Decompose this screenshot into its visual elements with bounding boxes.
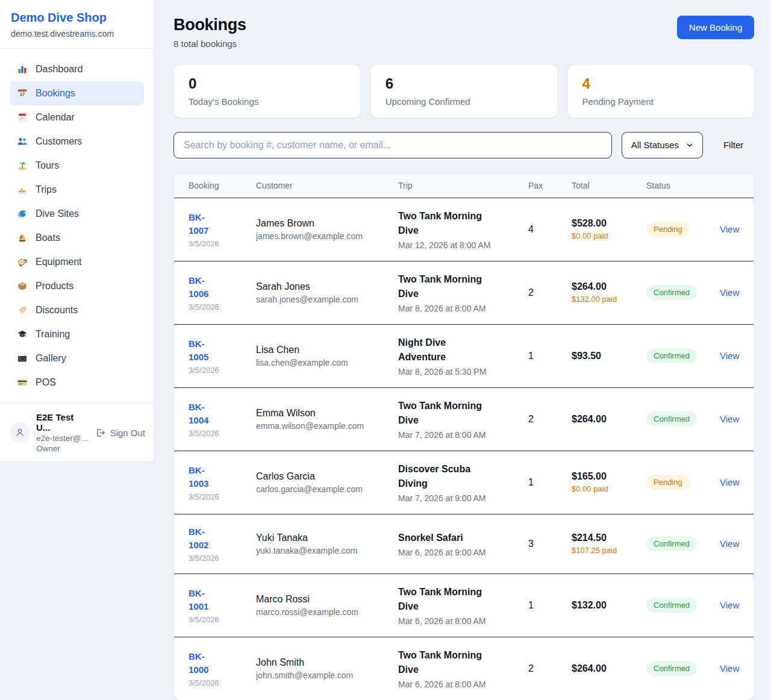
products-icon xyxy=(17,281,28,292)
table-row: BK-1005 3/5/2026 Lisa Chen lisa.chen@exa… xyxy=(174,324,754,387)
customer-cell: Emma Wilson emma.wilson@example.com xyxy=(256,408,398,431)
status-badge: Pending xyxy=(646,222,690,237)
total-cell: $264.00 $132.00 paid xyxy=(572,281,646,305)
filter-button[interactable]: Filter xyxy=(713,140,754,150)
total-cell: $264.00 xyxy=(572,663,646,674)
trip-cell: Two Tank Morning Dive Mar 8, 2026 at 8:0… xyxy=(398,272,528,313)
customer-cell: Carlos Garcia carlos.garcia@example.com xyxy=(256,471,398,494)
sidebar-item-boats[interactable]: Boats xyxy=(10,226,144,250)
view-link[interactable]: View xyxy=(720,600,739,610)
booking-id-link[interactable]: BK-1004 xyxy=(189,401,223,428)
sidebar-item-label: Training xyxy=(36,329,70,340)
trip-time: Mar 8, 2026 at 5:30 PM xyxy=(398,367,528,377)
stat-label: Upcoming Confirmed xyxy=(386,96,543,107)
dashboard-icon xyxy=(17,64,28,75)
booking-id-link[interactable]: BK-1005 xyxy=(189,337,223,364)
user-role: Owner xyxy=(36,444,89,453)
booking-cell: BK-1002 3/5/2026 xyxy=(189,525,256,563)
brand-name: Demo Dive Shop xyxy=(11,11,143,25)
customer-cell: Sarah Jones sarah.jones@example.com xyxy=(256,281,398,304)
stat-value: 6 xyxy=(386,75,543,93)
table-row: BK-1000 3/5/2026 John Smith john.smith@e… xyxy=(174,637,754,700)
sidebar-item-dashboard[interactable]: Dashboard xyxy=(10,57,144,81)
sidebar-item-trips[interactable]: Trips xyxy=(10,178,144,202)
sidebar-item-training[interactable]: Training xyxy=(10,322,144,346)
total-cell: $165.00 $0.00 paid xyxy=(572,471,646,495)
total-cell: $93.50 xyxy=(572,351,646,361)
bookings-icon: 17 xyxy=(17,88,28,99)
status-cell: Confirmed xyxy=(646,598,720,613)
booking-cell: BK-1007 3/5/2026 xyxy=(189,211,256,248)
status-badge: Confirmed xyxy=(646,536,697,551)
view-link[interactable]: View xyxy=(720,663,739,673)
filter-controls: All Statuses Filter xyxy=(173,132,754,158)
status-badge: Confirmed xyxy=(646,661,697,676)
sidebar-item-calendar[interactable]: Calendar xyxy=(10,105,144,130)
sidebar-item-bookings[interactable]: 17 Bookings xyxy=(10,81,144,105)
total-cell: $214.50 $107.25 paid xyxy=(572,533,646,556)
booking-date: 3/5/2026 xyxy=(189,678,256,687)
view-link[interactable]: View xyxy=(720,287,739,298)
user-section: E2E Test U... e2e-tester@... Owner Sign … xyxy=(0,403,154,461)
status-filter-value: All Statuses xyxy=(631,140,679,150)
booking-id-link[interactable]: BK-1006 xyxy=(189,274,223,301)
paid-amount: $107.25 paid xyxy=(572,545,621,556)
view-link[interactable]: View xyxy=(720,351,739,361)
booking-id-link[interactable]: BK-1002 xyxy=(189,525,223,552)
pax-cell: 2 xyxy=(528,414,572,425)
total-amount: $93.50 xyxy=(572,351,646,361)
total-cell: $264.00 xyxy=(572,414,646,425)
customer-cell: Marco Rossi marco.rossi@example.com xyxy=(256,594,398,617)
col-header-trip: Trip xyxy=(398,181,528,190)
col-header-total: Total xyxy=(572,181,646,190)
view-link[interactable]: View xyxy=(720,414,739,424)
search-input[interactable] xyxy=(173,132,612,158)
trip-cell: Two Tank Morning Dive Mar 6, 2026 at 8:0… xyxy=(398,648,528,689)
user-name: E2E Test U... xyxy=(36,412,89,433)
trip-name: Two Tank Morning Dive xyxy=(398,399,493,428)
sidebar-item-discounts[interactable]: Discounts xyxy=(10,298,144,322)
sidebar-item-label: Calendar xyxy=(36,112,75,123)
trip-time: Mar 6, 2026 at 9:00 AM xyxy=(398,548,528,557)
booking-date: 3/5/2026 xyxy=(189,302,256,311)
total-amount: $132.00 xyxy=(572,600,646,611)
booking-date: 3/5/2026 xyxy=(189,429,256,438)
new-booking-button[interactable]: New Booking xyxy=(677,16,754,39)
table-row: BK-1007 3/5/2026 James Brown james.brown… xyxy=(174,198,754,261)
view-link[interactable]: View xyxy=(720,539,739,549)
booking-id-link[interactable]: BK-1003 xyxy=(189,464,223,491)
sidebar-item-pos[interactable]: POS xyxy=(10,370,144,395)
booking-id-link[interactable]: BK-1001 xyxy=(189,587,223,614)
sidebar-item-tours[interactable]: Tours xyxy=(10,154,144,178)
sidebar-item-label: Products xyxy=(36,281,73,292)
sidebar-item-label: Dashboard xyxy=(36,64,83,75)
view-link[interactable]: View xyxy=(720,224,739,234)
view-link[interactable]: View xyxy=(720,477,739,487)
customer-cell: Lisa Chen lisa.chen@example.com xyxy=(256,345,398,367)
status-cell: Confirmed xyxy=(646,348,720,363)
discounts-icon xyxy=(17,305,28,316)
sidebar-item-customers[interactable]: Customers xyxy=(10,130,144,154)
paid-amount: $0.00 paid xyxy=(572,484,621,495)
booking-id-link[interactable]: BK-1000 xyxy=(189,650,223,677)
total-cell: $132.00 xyxy=(572,600,646,611)
sidebar-item-equipment[interactable]: Equipment xyxy=(10,250,144,274)
status-cell: Pending xyxy=(646,222,720,237)
customer-email: john.smith@example.com xyxy=(256,670,398,680)
trip-cell: Two Tank Morning Dive Mar 6, 2026 at 8:0… xyxy=(398,585,528,626)
col-header-status: Status xyxy=(646,181,720,190)
customer-name: Emma Wilson xyxy=(256,408,398,419)
status-filter-select[interactable]: All Statuses xyxy=(622,132,703,158)
customer-name: John Smith xyxy=(256,657,398,668)
sidebar-item-dive-sites[interactable]: Dive Sites xyxy=(10,202,144,226)
sidebar-item-products[interactable]: Products xyxy=(10,274,144,298)
brand-domain: demo.test.divestreams.com xyxy=(11,29,143,39)
status-badge: Confirmed xyxy=(646,598,697,613)
customer-cell: John Smith john.smith@example.com xyxy=(256,657,398,680)
customer-email: marco.rossi@example.com xyxy=(256,607,398,617)
booking-id-link[interactable]: BK-1007 xyxy=(189,211,223,238)
sidebar-nav: Dashboard 17 Bookings Calendar Customers… xyxy=(0,49,154,403)
sign-out-button[interactable]: Sign Out xyxy=(95,427,145,438)
sidebar-item-gallery[interactable]: Gallery xyxy=(10,346,144,370)
customer-name: Sarah Jones xyxy=(256,281,398,292)
